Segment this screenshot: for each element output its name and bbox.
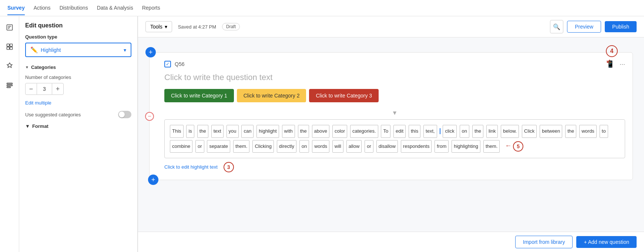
category-2-button[interactable]: Click to write Category 2 xyxy=(237,89,306,102)
word-the-4[interactable]: the xyxy=(565,125,576,138)
word-the-2[interactable]: the xyxy=(298,125,309,138)
num-categories-stepper: − 3 + xyxy=(25,83,131,95)
word-to[interactable]: To xyxy=(381,125,390,138)
word-highlight[interactable]: highlight xyxy=(256,125,279,138)
word-on-2[interactable]: on xyxy=(299,140,309,153)
edit-highlight-link[interactable]: Click to edit highlight text xyxy=(164,164,218,170)
question-area: + − 4 ➜ ✓ Q56 xyxy=(138,37,644,232)
question-checkbox[interactable]: ✓ xyxy=(164,61,171,67)
tools-button[interactable]: Tools ▾ xyxy=(145,21,172,32)
word-them-2[interactable]: them. xyxy=(483,140,500,153)
word-will[interactable]: will xyxy=(332,140,343,153)
question-header: ✓ Q56 📱 ··· xyxy=(164,60,625,68)
highlight-text-box[interactable]: This is the text you can highlight with … xyxy=(164,119,625,158)
annotation-5: 5 xyxy=(513,141,523,152)
increment-button[interactable]: + xyxy=(52,83,64,95)
nav-distributions[interactable]: Distributions xyxy=(60,1,88,15)
search-button[interactable]: 🔍 xyxy=(550,20,563,33)
word-respondents[interactable]: respondents xyxy=(401,140,432,153)
word-the-1[interactable]: the xyxy=(197,125,208,138)
toolbar-right: 🔍 Preview Publish xyxy=(550,20,637,33)
import-from-library-button[interactable]: Import from library xyxy=(515,236,573,248)
svg-rect-7 xyxy=(10,47,12,50)
add-question-bottom-button[interactable]: + xyxy=(148,175,158,185)
icon-bar xyxy=(0,16,19,252)
nav-data-analysis[interactable]: Data & Analysis xyxy=(97,1,133,15)
main-content: Tools ▾ Saved at 4:27 PM Draft 🔍 Preview… xyxy=(138,16,644,252)
word-this[interactable]: This xyxy=(170,125,184,138)
word-between[interactable]: between xyxy=(540,125,562,138)
categories-row: Click to write Category 1 Click to write… xyxy=(164,89,625,102)
category-1-button[interactable]: Click to write Category 1 xyxy=(164,89,234,102)
annotation-3: 3 xyxy=(224,162,234,172)
word-clicking[interactable]: Clicking xyxy=(252,140,274,153)
word-or[interactable]: or xyxy=(195,140,204,153)
word-allow[interactable]: allow xyxy=(346,140,362,153)
word-to-2[interactable]: to xyxy=(600,125,608,138)
blocks-icon[interactable] xyxy=(3,40,16,53)
word-below[interactable]: below. xyxy=(501,125,519,138)
word-highlighting[interactable]: highlighting xyxy=(452,140,480,153)
word-combine[interactable]: combine xyxy=(170,140,192,153)
word-color[interactable]: color xyxy=(332,125,347,138)
word-is[interactable]: is xyxy=(186,125,194,138)
word-click[interactable]: click xyxy=(443,125,456,138)
categories-label: Categories xyxy=(31,64,56,70)
use-suggested-label: Use suggested categories xyxy=(25,112,81,117)
add-question-top-button[interactable]: + xyxy=(145,47,156,57)
triangle-icon: ▼ xyxy=(25,123,30,129)
format-header[interactable]: ▼ Format xyxy=(25,123,131,129)
nav-reports[interactable]: Reports xyxy=(142,1,160,15)
tools-chevron-icon: ▾ xyxy=(165,24,167,30)
decrement-button[interactable]: − xyxy=(25,83,37,95)
use-suggested-toggle[interactable] xyxy=(118,111,131,118)
toolbar: Tools ▾ Saved at 4:27 PM Draft 🔍 Preview… xyxy=(138,16,644,37)
word-can[interactable]: can xyxy=(241,125,254,138)
question-type-dropdown[interactable]: ✏️ Highlight ▾ xyxy=(25,43,131,57)
use-suggested-toggle-row: Use suggested categories xyxy=(25,111,131,118)
question-text-placeholder[interactable]: Click to write the question text xyxy=(164,73,625,82)
word-disallow[interactable]: disallow xyxy=(376,140,398,153)
num-categories-label: Number of categories xyxy=(25,74,131,80)
nav-actions[interactable]: Actions xyxy=(34,1,51,15)
word-words[interactable]: words xyxy=(579,125,597,138)
word-directly[interactable]: directly xyxy=(277,140,296,153)
word-text[interactable]: text xyxy=(211,125,224,138)
word-on-1[interactable]: on xyxy=(460,125,469,138)
preview-button[interactable]: Preview xyxy=(567,21,601,33)
publish-button[interactable]: Publish xyxy=(605,21,637,32)
word-words-2[interactable]: words xyxy=(312,140,329,153)
word-you[interactable]: you xyxy=(227,125,239,138)
category-3-button[interactable]: Click to write Category 3 xyxy=(309,89,379,102)
survey-options-icon[interactable] xyxy=(3,79,16,92)
word-them[interactable]: them. xyxy=(233,140,250,153)
remove-question-button[interactable]: − xyxy=(145,112,154,121)
word-edit[interactable]: edit xyxy=(393,125,406,138)
question-type-value: ✏️ Highlight xyxy=(30,46,61,53)
top-navigation: Survey Actions Distributions Data & Anal… xyxy=(0,0,644,16)
word-link[interactable]: link xyxy=(486,125,498,138)
theme-icon[interactable] xyxy=(3,59,16,73)
sidebar-title: Edit question xyxy=(25,22,131,29)
word-or-2[interactable]: or xyxy=(365,140,373,153)
survey-icon[interactable] xyxy=(3,21,16,34)
word-categories[interactable]: categories. xyxy=(350,125,378,138)
categories-header[interactable]: ▼ Categories xyxy=(25,64,131,70)
word-from[interactable]: from xyxy=(435,140,449,153)
checkbox-check-icon: ✓ xyxy=(166,62,170,67)
toolbar-left: Tools ▾ Saved at 4:27 PM Draft xyxy=(145,21,240,32)
add-new-question-button[interactable]: + Add new question xyxy=(576,236,637,248)
word-above[interactable]: above xyxy=(312,125,329,138)
word-separate[interactable]: separate xyxy=(207,140,230,153)
edit-multiple-link[interactable]: Edit multiple xyxy=(25,100,131,106)
word-this[interactable]: this xyxy=(409,125,420,138)
word-text-comma[interactable]: text, xyxy=(423,125,437,138)
highlight-pen-icon: ✏️ xyxy=(30,46,38,53)
bottom-bar: Import from library + Add new question xyxy=(138,232,644,252)
word-with[interactable]: with xyxy=(282,125,295,138)
nav-survey[interactable]: Survey xyxy=(7,1,25,15)
word-click-2[interactable]: Click xyxy=(522,125,537,138)
toggle-knob xyxy=(119,112,125,117)
word-the-3[interactable]: the xyxy=(472,125,483,138)
more-options-icon[interactable]: ··· xyxy=(620,60,625,68)
